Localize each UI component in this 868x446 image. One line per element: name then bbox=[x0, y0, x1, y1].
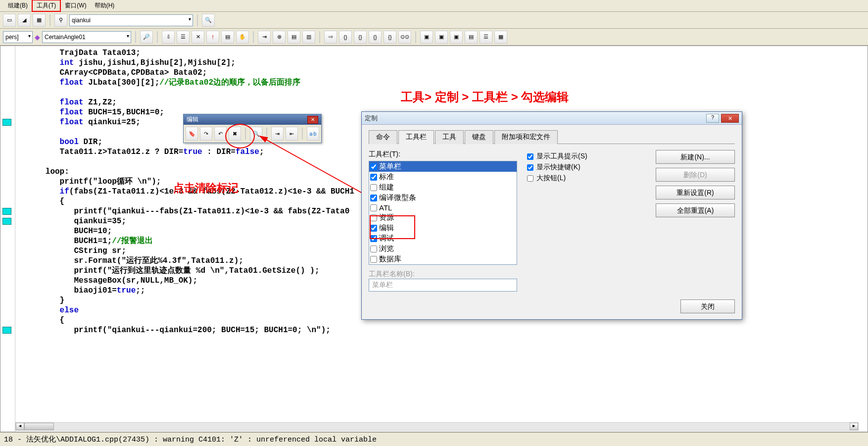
tb3-icon-16[interactable]: ⊙⊙ bbox=[398, 31, 411, 44]
tb3-icon-22[interactable]: ▦ bbox=[494, 31, 507, 44]
scroll-left-icon[interactable]: ◀ bbox=[16, 423, 24, 430]
outdent-icon[interactable]: ⇤ bbox=[286, 127, 298, 141]
list-item[interactable]: 标准 bbox=[369, 172, 517, 182]
list-item-label: 组建 bbox=[379, 183, 394, 192]
tb3-icon-8[interactable]: ⊗ bbox=[273, 31, 286, 44]
tb3-icon-2[interactable]: ⇩ bbox=[162, 31, 175, 44]
list-item[interactable]: ATL bbox=[369, 203, 517, 212]
menu-tools[interactable]: 工具(T) bbox=[32, 0, 61, 12]
tb3-icon-10[interactable]: ▥ bbox=[302, 31, 315, 44]
bookmark-icon[interactable] bbox=[2, 327, 11, 334]
close-button[interactable]: 关闭 bbox=[680, 299, 735, 313]
list-item[interactable]: 菜单栏 bbox=[369, 161, 517, 172]
toolbar-name-input[interactable] bbox=[369, 279, 517, 292]
find-icon[interactable]: 🔍 bbox=[250, 127, 262, 141]
bookmark-icon[interactable] bbox=[2, 218, 11, 225]
status-text: 18 - 法矢优化\ADDIALOG1.cpp(27435) : warning… bbox=[4, 436, 377, 444]
tb3-icon-17[interactable]: ▣ bbox=[420, 31, 433, 44]
tb-icon-2[interactable]: ◢ bbox=[18, 14, 31, 27]
new-button[interactable]: 新建(N)... bbox=[656, 150, 735, 164]
list-checkbox[interactable] bbox=[370, 163, 377, 170]
find-in-files-icon[interactable]: 🔍 bbox=[202, 14, 215, 27]
dialog-tabs: 命令工具栏工具键盘附加项和宏文件 bbox=[369, 130, 735, 144]
gutter bbox=[0, 46, 15, 432]
tab-4[interactable]: 附加项和宏文件 bbox=[494, 130, 558, 144]
toolbar-list-label: 工具栏(T): bbox=[369, 150, 517, 159]
bookmark-next-icon[interactable]: ↷ bbox=[200, 127, 212, 141]
toolbar-listbox[interactable]: 菜单栏标准组建编译微型条ATL资源编辑调试浏览数据库 bbox=[369, 161, 517, 265]
tab-2[interactable]: 工具 bbox=[435, 130, 464, 144]
list-checkbox[interactable] bbox=[370, 214, 377, 221]
chk-large[interactable]: 大按钮(L) bbox=[527, 174, 646, 183]
tb3-icon-12[interactable]: {} bbox=[339, 31, 352, 44]
search-combo[interactable]: qiankui bbox=[69, 14, 193, 26]
tab-1[interactable]: 工具栏 bbox=[398, 130, 434, 144]
list-item[interactable]: 资源 bbox=[369, 212, 517, 223]
list-checkbox[interactable] bbox=[370, 204, 377, 211]
bookmark-clear-icon[interactable]: ✖ bbox=[229, 127, 241, 141]
tb3-icon-3[interactable]: ☰ bbox=[177, 31, 190, 44]
menu-window[interactable]: 窗口(W) bbox=[61, 0, 90, 11]
list-item[interactable]: 数据库 bbox=[369, 254, 517, 264]
tb-icon-1[interactable]: ▭ bbox=[3, 14, 16, 27]
code-line: float JLbata[300][2];//记录Bata02边的顺序，以备后面… bbox=[31, 78, 868, 88]
indent-icon[interactable]: ⇥ bbox=[271, 127, 284, 141]
tb3-icon-11[interactable]: ⇨ bbox=[324, 31, 337, 44]
code-line: CArray<CPDBata,CPDBata> Bata02; bbox=[31, 68, 868, 78]
h-scrollbar[interactable]: ◀ ▶ bbox=[15, 422, 859, 431]
list-item[interactable]: 调试 bbox=[369, 233, 517, 244]
tb-icon-4[interactable]: ⚲ bbox=[54, 14, 67, 27]
menu-help[interactable]: 帮助(H) bbox=[91, 0, 119, 11]
tb3-icon-9[interactable]: ▤ bbox=[288, 31, 300, 44]
delete-button[interactable]: 删除(D) bbox=[656, 168, 735, 182]
tb3-icon-19[interactable]: ▣ bbox=[450, 31, 463, 44]
tb3-icon-5[interactable]: ! bbox=[206, 31, 219, 44]
list-item-label: 菜单栏 bbox=[379, 162, 401, 171]
resetall-button[interactable]: 全部重置(A) bbox=[656, 203, 735, 217]
list-item[interactable]: 浏览 bbox=[369, 244, 517, 254]
tb3-icon-21[interactable]: ☰ bbox=[480, 31, 492, 44]
tab-3[interactable]: 键盘 bbox=[465, 130, 493, 144]
list-item[interactable]: 组建 bbox=[369, 182, 517, 193]
tb3-icon-13[interactable]: {} bbox=[354, 31, 367, 44]
bookmark-icon[interactable] bbox=[2, 119, 11, 126]
class-combo[interactable]: pers] bbox=[3, 31, 33, 43]
tb-icon-3[interactable]: ▦ bbox=[33, 14, 46, 27]
tab-0[interactable]: 命令 bbox=[369, 130, 397, 144]
bookmark-icon[interactable] bbox=[2, 208, 11, 215]
list-item-label: 数据库 bbox=[379, 254, 401, 264]
list-checkbox[interactable] bbox=[370, 235, 377, 242]
menu-build[interactable]: 组建(B) bbox=[4, 0, 32, 11]
tb3-icon-14[interactable]: {} bbox=[369, 31, 382, 44]
tb3-icon-7[interactable]: ⇥ bbox=[258, 31, 271, 44]
tb3-icon-15[interactable]: {} bbox=[384, 31, 396, 44]
float-tb-title: 编辑 bbox=[187, 115, 198, 124]
tb3-icon-20[interactable]: ▤ bbox=[465, 31, 478, 44]
list-checkbox[interactable] bbox=[370, 184, 377, 191]
scroll-right-icon[interactable]: ▶ bbox=[850, 423, 858, 430]
dialog-close-icon[interactable]: ✕ bbox=[721, 114, 739, 123]
bookmark-toggle-icon[interactable]: 🔖 bbox=[186, 127, 198, 141]
chk-tooltip[interactable]: 显示工具提示(S) bbox=[527, 152, 646, 161]
tb3-icon-1[interactable]: 🔎 bbox=[140, 31, 153, 44]
ab-icon[interactable]: a·b bbox=[307, 127, 319, 141]
list-checkbox[interactable] bbox=[370, 256, 377, 263]
tb3-icon-18[interactable]: ▣ bbox=[435, 31, 448, 44]
list-checkbox[interactable] bbox=[370, 174, 377, 181]
list-checkbox[interactable] bbox=[370, 225, 377, 232]
tb3-icon-4[interactable]: ✕ bbox=[192, 31, 204, 44]
list-checkbox[interactable] bbox=[370, 195, 377, 201]
list-item[interactable]: 编辑 bbox=[369, 223, 517, 233]
list-checkbox[interactable] bbox=[370, 246, 377, 252]
close-icon[interactable]: ✕ bbox=[307, 116, 318, 124]
member-combo[interactable]: CertainAngle01 bbox=[42, 31, 131, 43]
help-icon[interactable]: ? bbox=[706, 114, 719, 123]
chk-shortcut[interactable]: 显示快捷键(K) bbox=[527, 163, 646, 172]
hand-icon[interactable]: ✋ bbox=[236, 31, 249, 44]
list-item[interactable]: 编译微型条 bbox=[369, 193, 517, 203]
reset-button[interactable]: 重新设置(R) bbox=[656, 186, 735, 199]
bookmark-prev-icon[interactable]: ↶ bbox=[214, 127, 227, 141]
scroll-thumb[interactable] bbox=[24, 423, 54, 430]
tb3-icon-6[interactable]: ▤ bbox=[221, 31, 234, 44]
annotation-click: 点击清除标记 bbox=[173, 181, 239, 196]
